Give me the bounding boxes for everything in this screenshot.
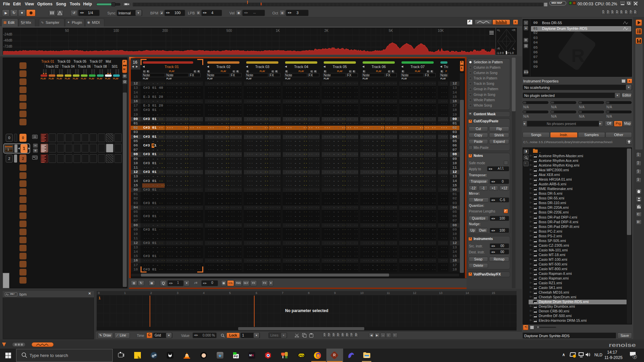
svg-text:R: R bbox=[571, 45, 585, 66]
